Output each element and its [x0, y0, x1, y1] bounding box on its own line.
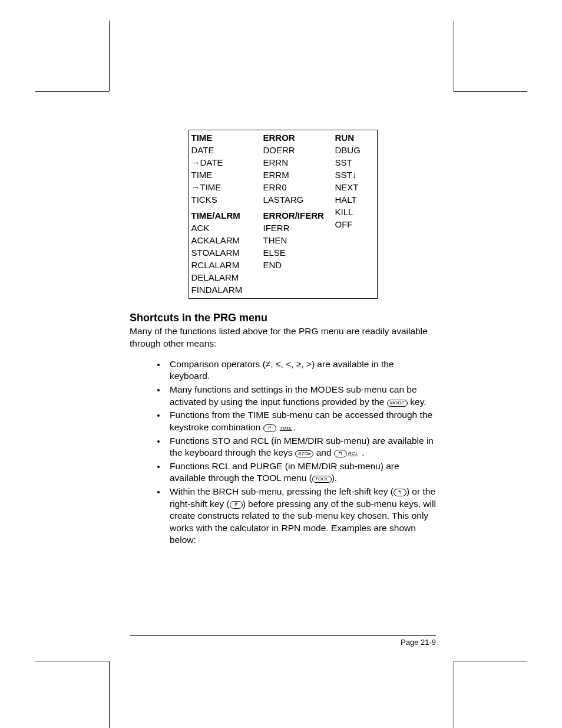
table-cell: RCLALARM: [191, 260, 240, 270]
page-content: TIME DATE →DATE TIME →TIME TICKS TIME/AL…: [109, 91, 454, 661]
col1-header2: TIME/ALRM: [191, 210, 240, 220]
table-cell: NEXT: [335, 182, 359, 192]
bullet-text: key.: [408, 397, 427, 407]
page-number: Page 21-9: [401, 638, 436, 647]
table-cell: SST↓: [335, 170, 357, 180]
col3-header1: RUN: [335, 133, 355, 143]
table-cell: STOALARM: [191, 248, 240, 258]
table-cell: ERR0: [263, 182, 287, 192]
list-item: Many functions and settings in the MODES…: [166, 384, 436, 408]
bullet-list: Comparison operators (≠, ≤, <, ≥, >) are…: [130, 358, 436, 546]
table-cell: LASTARG: [263, 195, 304, 205]
table-cell: DBUG: [335, 145, 361, 155]
list-item: Functions STO and RCL (in MEM/DIR sub-me…: [166, 435, 436, 459]
bullet-text: Many functions and settings in the MODES…: [170, 384, 417, 407]
menu-reference-table: TIME DATE →DATE TIME →TIME TICKS TIME/AL…: [189, 130, 378, 299]
table-cell: →TIME: [191, 182, 222, 192]
tool-key-icon: TOOL: [312, 476, 332, 483]
table-cell: ELSE: [263, 248, 286, 258]
table-cell: IFERR: [263, 223, 290, 233]
rcl-softkey-icon: RCL: [347, 451, 359, 457]
table-cell: ACK: [191, 223, 210, 233]
mode-key-icon: MODE: [387, 400, 408, 407]
bullet-text: Functions RCL and PURGE (in MEM/DIR sub-…: [170, 461, 399, 483]
table-cell: ACKALARM: [191, 235, 240, 245]
page-footer: Page 21-9: [130, 635, 436, 647]
bullet-text: and: [313, 447, 333, 457]
section-heading: Shortcuts in the PRG menu: [130, 312, 436, 324]
left-shift-key-icon: [394, 489, 406, 496]
bullet-text: Within the BRCH sub-menu, pressing the l…: [170, 486, 394, 496]
list-item: Within the BRCH sub-menu, pressing the l…: [166, 486, 436, 546]
bullet-text: ).: [332, 473, 337, 483]
bullet-text: .: [359, 447, 365, 457]
time-softkey-icon: TIME: [279, 426, 293, 432]
col1-header1: TIME: [191, 133, 213, 143]
intro-paragraph: Many of the functions listed above for t…: [130, 325, 436, 350]
table-cell: ERRN: [263, 157, 289, 167]
table-cell: DELALARM: [191, 272, 239, 282]
table-cell: THEN: [263, 235, 287, 245]
table-cell: FINDALARM: [191, 285, 243, 295]
table-cell: DOERR: [263, 145, 295, 155]
bullet-text: Comparison operators (≠, ≤, <, ≥, >) are…: [170, 359, 394, 381]
table-cell: HALT: [335, 195, 357, 205]
right-shift-key-icon: [230, 501, 243, 509]
table-cell: TIME: [191, 170, 213, 180]
table-cell: END: [263, 260, 282, 270]
table-cell: DATE: [191, 145, 214, 155]
bullet-text: .: [293, 422, 296, 432]
list-item: Comparison operators (≠, ≤, <, ≥, >) are…: [166, 358, 436, 383]
col2-header1: ERROR: [263, 133, 295, 143]
table-cell: SST: [335, 157, 352, 167]
col2-header2: ERROR/IFERR: [263, 210, 324, 220]
left-shift-key-icon: [334, 450, 347, 457]
table-cell: TICKS: [191, 195, 217, 205]
right-shift-key-icon: [263, 424, 276, 432]
bullet-text: Functions from the TIME sub-menu can be …: [170, 410, 432, 432]
table-cell: OFF: [335, 219, 353, 229]
list-item: Functions RCL and PURGE (in MEM/DIR sub-…: [166, 460, 436, 485]
list-item: Functions from the TIME sub-menu can be …: [166, 409, 436, 433]
table-cell: KILL: [335, 207, 353, 217]
table-cell: →DATE: [191, 157, 223, 167]
sto-key-icon: STO▸: [295, 450, 314, 457]
table-cell: ERRM: [263, 170, 289, 180]
